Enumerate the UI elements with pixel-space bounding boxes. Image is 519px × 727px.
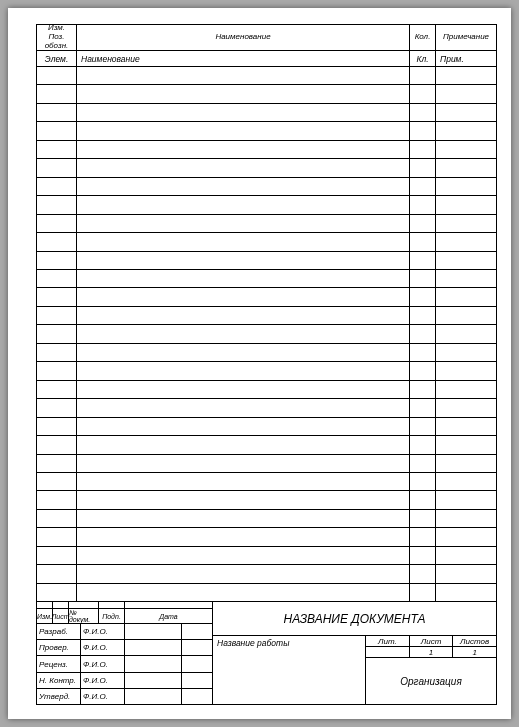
table-cell (436, 565, 496, 582)
table-cell (436, 528, 496, 545)
signature-row: Разраб.Ф.И.О. (37, 624, 212, 640)
table-cell (37, 288, 77, 305)
table-cell (410, 436, 436, 453)
title-block-left: Изм. Лист № докум. Подп. Дата Разраб.Ф.И… (37, 602, 213, 704)
table-row (37, 436, 496, 454)
table-cell (37, 399, 77, 416)
table-cell (37, 418, 77, 435)
table-cell (37, 104, 77, 121)
title-block: Изм. Лист № докум. Подп. Дата Разраб.Ф.И… (37, 602, 496, 704)
table-row (37, 491, 496, 509)
table-row (37, 85, 496, 103)
table-cell (410, 510, 436, 527)
table-cell (77, 288, 410, 305)
table-cell (37, 307, 77, 324)
table-cell (37, 67, 77, 84)
table-cell (436, 67, 496, 84)
table-cell (410, 362, 436, 379)
table-row (37, 159, 496, 177)
table-cell (37, 215, 77, 232)
table-cell (436, 215, 496, 232)
header-col-note: Примечание (436, 25, 496, 50)
data-area (37, 67, 496, 602)
table-row (37, 122, 496, 140)
header-col-name: Наименование (77, 25, 410, 50)
table-cell (410, 381, 436, 398)
table-cell (77, 325, 410, 342)
table-cell (436, 491, 496, 508)
table-cell (436, 344, 496, 361)
table-cell (77, 178, 410, 195)
table-cell (436, 399, 496, 416)
signature-row: Провер.Ф.И.О. (37, 640, 212, 656)
sig-name: Ф.И.О. (81, 624, 125, 639)
sig-role: Н. Контр. (37, 673, 81, 688)
sig-name: Ф.И.О. (81, 656, 125, 671)
table-cell (410, 233, 436, 250)
table-cell (436, 455, 496, 472)
table-cell (77, 215, 410, 232)
table-cell (77, 159, 410, 176)
counts-listov-val: 1 (453, 647, 496, 657)
table-cell (77, 436, 410, 453)
table-cell (77, 565, 410, 582)
table-cell (410, 528, 436, 545)
table-row (37, 215, 496, 233)
table-cell (410, 288, 436, 305)
subheader-name: Наименование (77, 51, 410, 66)
work-name: Название работы (213, 636, 366, 704)
table-cell (37, 547, 77, 564)
table-cell (37, 122, 77, 139)
table-cell (77, 399, 410, 416)
table-cell (77, 85, 410, 102)
document-page: Изм. Поз. обозн. Наименование Кол. Приме… (8, 8, 511, 719)
signature-row: Н. Контр.Ф.И.О. (37, 673, 212, 689)
sig-role: Провер. (37, 640, 81, 655)
table-cell (436, 547, 496, 564)
table-cell (436, 325, 496, 342)
table-row (37, 528, 496, 546)
table-cell (410, 565, 436, 582)
table-cell (77, 584, 410, 601)
organization: Организация (366, 658, 496, 704)
sig-sign (125, 640, 182, 655)
table-cell (37, 473, 77, 490)
table-row (37, 362, 496, 380)
table-cell (37, 381, 77, 398)
table-cell (410, 325, 436, 342)
table-cell (410, 584, 436, 601)
micro-date: Дата (125, 609, 212, 623)
table-cell (410, 399, 436, 416)
sig-date (182, 656, 212, 671)
table-cell (436, 104, 496, 121)
header-row: Изм. Поз. обозн. Наименование Кол. Приме… (37, 25, 496, 51)
table-cell (410, 491, 436, 508)
table-cell (77, 67, 410, 84)
sig-sign (125, 689, 182, 704)
table-cell (436, 270, 496, 287)
table-cell (37, 270, 77, 287)
table-cell (37, 528, 77, 545)
table-cell (410, 455, 436, 472)
table-cell (410, 196, 436, 213)
subheader-kl: Кл. (410, 51, 436, 66)
table-row (37, 510, 496, 528)
table-cell (37, 141, 77, 158)
table-row (37, 67, 496, 85)
table-cell (37, 455, 77, 472)
sig-role: Утверд. (37, 689, 81, 704)
table-cell (410, 141, 436, 158)
micro-podp: Подп. (99, 609, 125, 623)
sig-sign (125, 624, 182, 639)
header-col-qty: Кол. (410, 25, 436, 50)
sig-name: Ф.И.О. (81, 673, 125, 688)
table-cell (37, 584, 77, 601)
table-cell (77, 122, 410, 139)
counts-listov-label: Листов (453, 636, 496, 646)
table-cell (77, 362, 410, 379)
table-cell (77, 270, 410, 287)
table-cell (436, 233, 496, 250)
table-cell (436, 288, 496, 305)
table-cell (37, 159, 77, 176)
sig-date (182, 673, 212, 688)
